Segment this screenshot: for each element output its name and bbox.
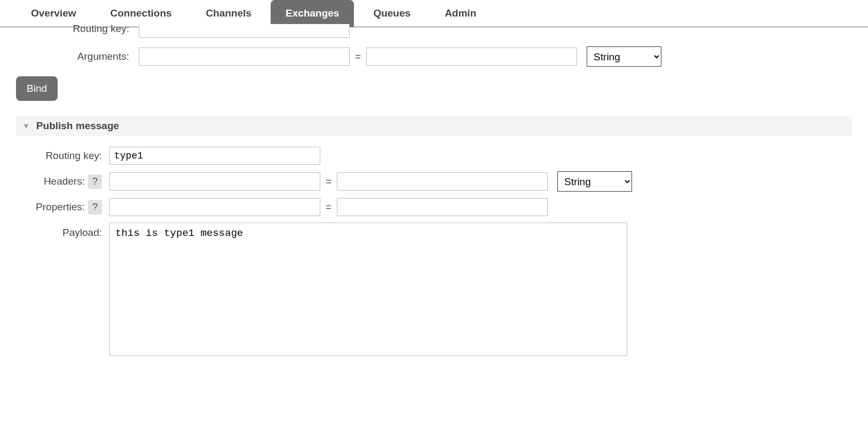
- publish-properties-value-input[interactable]: [337, 198, 548, 216]
- tab-channels[interactable]: Channels: [191, 0, 267, 27]
- publish-payload-textarea[interactable]: [109, 223, 627, 356]
- publish-headers-label: Headers:: [44, 176, 85, 187]
- publish-headers-key-input[interactable]: [109, 172, 320, 191]
- main-tabs: Overview Connections Channels Exchanges …: [0, 0, 868, 27]
- publish-message-section-header[interactable]: ▼ Publish message: [16, 116, 852, 136]
- collapse-triangle-icon: ▼: [22, 122, 30, 130]
- publish-properties-label: Properties:: [36, 201, 85, 213]
- publish-headers-value-input[interactable]: [337, 172, 548, 191]
- binding-argument-type-select[interactable]: String: [587, 46, 661, 67]
- tab-queues[interactable]: Queues: [358, 0, 425, 27]
- publish-payload-label: Payload:: [16, 223, 109, 239]
- tab-overview[interactable]: Overview: [16, 0, 91, 27]
- publish-routing-key-input[interactable]: [109, 147, 320, 165]
- binding-argument-value-input[interactable]: [366, 47, 577, 66]
- tab-admin[interactable]: Admin: [430, 0, 491, 27]
- publish-headers-type-select[interactable]: String: [557, 171, 632, 192]
- equals-symbol: =: [350, 51, 366, 62]
- bind-button[interactable]: Bind: [16, 76, 58, 101]
- equals-symbol-properties: =: [320, 201, 337, 213]
- tab-connections[interactable]: Connections: [96, 0, 187, 27]
- publish-properties-key-input[interactable]: [109, 198, 320, 216]
- binding-routing-key-label: Routing key:: [16, 24, 139, 35]
- binding-arguments-label: Arguments:: [16, 51, 139, 62]
- equals-symbol-headers: =: [320, 176, 337, 187]
- publish-routing-key-label: Routing key:: [16, 150, 109, 162]
- properties-help-icon[interactable]: ?: [88, 200, 102, 215]
- binding-routing-key-input[interactable]: [139, 24, 350, 38]
- headers-help-icon[interactable]: ?: [88, 175, 102, 189]
- tab-exchanges[interactable]: Exchanges: [271, 0, 354, 27]
- binding-argument-key-input[interactable]: [139, 47, 350, 66]
- publish-message-title: Publish message: [36, 120, 119, 132]
